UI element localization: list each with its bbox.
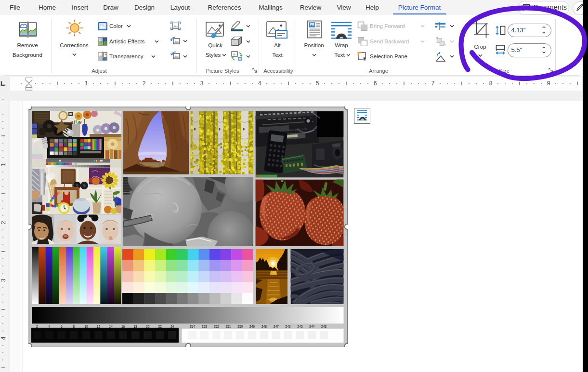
svg-text:4: 4 (0, 336, 7, 340)
svg-text:251: 251 (225, 325, 231, 328)
svg-text:1: 1 (85, 80, 88, 87)
svg-text:5: 5 (316, 80, 319, 87)
svg-text:16: 16 (121, 325, 125, 328)
svg-text:250: 250 (237, 325, 243, 328)
svg-text:249: 249 (249, 325, 255, 328)
svg-text:3: 3 (200, 80, 204, 87)
svg-text:2: 2 (36, 325, 38, 328)
svg-text:12: 12 (97, 325, 101, 328)
svg-text:246: 246 (286, 325, 291, 328)
svg-text:247: 247 (274, 325, 279, 328)
svg-text:253: 253 (202, 325, 207, 328)
svg-text:3: 3 (0, 279, 7, 282)
svg-text:7: 7 (431, 80, 435, 87)
svg-text:20: 20 (146, 325, 150, 328)
svg-text:14: 14 (109, 325, 113, 328)
svg-text:2: 2 (143, 80, 146, 87)
svg-text:254: 254 (190, 325, 195, 328)
svg-text:8: 8 (489, 80, 493, 87)
svg-text:6: 6 (374, 80, 377, 87)
svg-text:2: 2 (0, 221, 7, 224)
svg-text:4: 4 (258, 80, 261, 87)
svg-text:248: 248 (261, 325, 267, 328)
svg-text:4: 4 (48, 325, 50, 328)
svg-text:18: 18 (133, 325, 137, 328)
svg-text:9: 9 (547, 80, 550, 87)
svg-text:1: 1 (0, 163, 7, 166)
svg-text:244: 244 (309, 325, 314, 328)
svg-text:24: 24 (170, 325, 174, 328)
svg-text:252: 252 (214, 325, 219, 328)
svg-text:8: 8 (73, 325, 75, 328)
svg-text:6: 6 (61, 325, 63, 328)
svg-text:10: 10 (84, 325, 88, 328)
svg-text:243: 243 (321, 325, 327, 328)
svg-text:245: 245 (297, 325, 302, 328)
svg-text:22: 22 (158, 325, 162, 328)
